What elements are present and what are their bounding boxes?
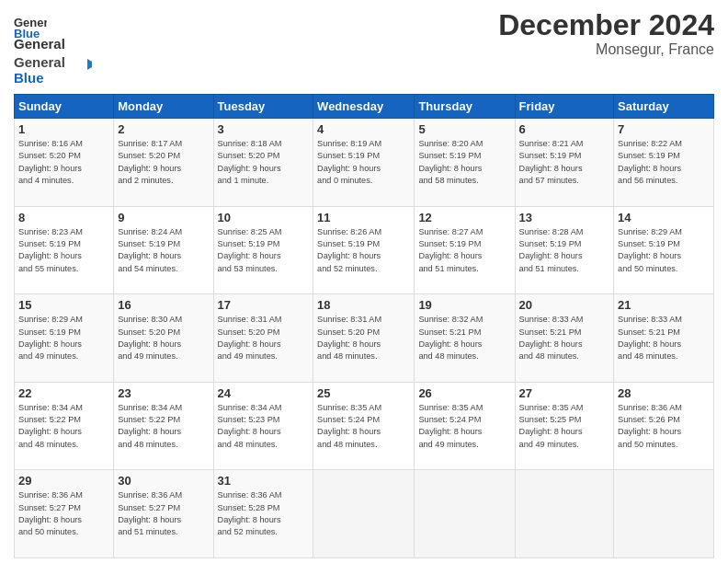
day-info: Sunrise: 8:19 AM Sunset: 5:19 PM Dayligh… xyxy=(317,138,410,187)
header-sunday: Sunday xyxy=(15,95,114,119)
day-info: Sunrise: 8:16 AM Sunset: 5:20 PM Dayligh… xyxy=(18,138,109,187)
day-info: Sunrise: 8:33 AM Sunset: 5:21 PM Dayligh… xyxy=(618,314,710,362)
day-info: Sunrise: 8:35 AM Sunset: 5:24 PM Dayligh… xyxy=(317,402,410,451)
header-tuesday: Tuesday xyxy=(213,95,313,119)
day-info: Sunrise: 8:36 AM Sunset: 5:28 PM Dayligh… xyxy=(218,489,310,538)
day-number: 3 xyxy=(218,122,310,136)
day-info: Sunrise: 8:34 AM Sunset: 5:22 PM Dayligh… xyxy=(118,402,209,451)
day-number: 19 xyxy=(418,298,510,312)
calendar-cell: 1Sunrise: 8:16 AM Sunset: 5:20 PM Daylig… xyxy=(15,119,114,207)
day-info: Sunrise: 8:24 AM Sunset: 5:19 PM Dayligh… xyxy=(118,226,209,275)
day-number: 30 xyxy=(118,474,209,488)
calendar-cell: 17Sunrise: 8:31 AM Sunset: 5:20 PM Dayli… xyxy=(213,294,313,383)
day-info: Sunrise: 8:18 AM Sunset: 5:20 PM Dayligh… xyxy=(218,138,310,187)
day-number: 26 xyxy=(418,386,510,400)
day-number: 25 xyxy=(317,386,410,400)
calendar-header-row: Sunday Monday Tuesday Wednesday Thursday… xyxy=(15,95,714,119)
calendar-cell: 24Sunrise: 8:34 AM Sunset: 5:23 PM Dayli… xyxy=(213,382,313,470)
day-info: Sunrise: 8:36 AM Sunset: 5:26 PM Dayligh… xyxy=(618,402,710,451)
day-info: Sunrise: 8:28 AM Sunset: 5:19 PM Dayligh… xyxy=(519,226,610,275)
month-title: December 2024 xyxy=(498,9,714,41)
calendar-cell: 6Sunrise: 8:21 AM Sunset: 5:19 PM Daylig… xyxy=(515,119,614,207)
calendar-cell: 30Sunrise: 8:36 AM Sunset: 5:27 PM Dayli… xyxy=(114,470,213,558)
day-number: 22 xyxy=(18,386,109,400)
day-number: 16 xyxy=(118,298,209,312)
day-number: 24 xyxy=(218,386,310,400)
day-info: Sunrise: 8:34 AM Sunset: 5:23 PM Dayligh… xyxy=(218,402,310,451)
header-wednesday: Wednesday xyxy=(313,95,415,119)
day-info: Sunrise: 8:35 AM Sunset: 5:24 PM Dayligh… xyxy=(418,402,510,451)
calendar-cell: 3Sunrise: 8:18 AM Sunset: 5:20 PM Daylig… xyxy=(213,119,313,207)
calendar-week-row: 29Sunrise: 8:36 AM Sunset: 5:27 PM Dayli… xyxy=(15,470,714,558)
calendar-week-row: 1Sunrise: 8:16 AM Sunset: 5:20 PM Daylig… xyxy=(15,119,714,207)
calendar-cell: 25Sunrise: 8:35 AM Sunset: 5:24 PM Dayli… xyxy=(313,382,415,470)
calendar-week-row: 15Sunrise: 8:29 AM Sunset: 5:19 PM Dayli… xyxy=(15,294,714,383)
day-info: Sunrise: 8:21 AM Sunset: 5:19 PM Dayligh… xyxy=(519,138,610,187)
calendar-cell: 14Sunrise: 8:29 AM Sunset: 5:19 PM Dayli… xyxy=(614,206,714,294)
calendar-cell: 31Sunrise: 8:36 AM Sunset: 5:28 PM Dayli… xyxy=(213,470,313,558)
day-info: Sunrise: 8:33 AM Sunset: 5:21 PM Dayligh… xyxy=(519,314,610,362)
day-info: Sunrise: 8:17 AM Sunset: 5:20 PM Dayligh… xyxy=(118,138,209,187)
day-number: 10 xyxy=(218,211,310,224)
day-number: 4 xyxy=(317,122,410,136)
day-info: Sunrise: 8:36 AM Sunset: 5:27 PM Dayligh… xyxy=(18,489,109,538)
calendar-cell: 15Sunrise: 8:29 AM Sunset: 5:19 PM Dayli… xyxy=(15,294,114,383)
calendar-cell: 26Sunrise: 8:35 AM Sunset: 5:24 PM Dayli… xyxy=(415,382,515,470)
calendar-week-row: 8Sunrise: 8:23 AM Sunset: 5:19 PM Daylig… xyxy=(15,206,714,294)
day-info: Sunrise: 8:20 AM Sunset: 5:19 PM Dayligh… xyxy=(418,138,510,187)
day-number: 20 xyxy=(519,298,610,312)
day-info: Sunrise: 8:31 AM Sunset: 5:20 PM Dayligh… xyxy=(317,314,410,362)
svg-text:Blue: Blue xyxy=(14,70,44,86)
calendar-cell: 22Sunrise: 8:34 AM Sunset: 5:22 PM Dayli… xyxy=(15,382,114,470)
header-saturday: Saturday xyxy=(614,95,714,119)
calendar-cell: 19Sunrise: 8:32 AM Sunset: 5:21 PM Dayli… xyxy=(415,294,515,383)
day-number: 2 xyxy=(118,122,209,136)
day-number: 5 xyxy=(418,122,510,136)
day-info: Sunrise: 8:26 AM Sunset: 5:19 PM Dayligh… xyxy=(317,226,410,275)
calendar: Sunday Monday Tuesday Wednesday Thursday… xyxy=(14,94,714,558)
day-info: Sunrise: 8:29 AM Sunset: 5:19 PM Dayligh… xyxy=(618,226,710,275)
calendar-cell xyxy=(614,470,714,558)
day-info: Sunrise: 8:32 AM Sunset: 5:21 PM Dayligh… xyxy=(418,314,510,362)
day-number: 18 xyxy=(317,298,410,312)
header-friday: Friday xyxy=(515,95,614,119)
calendar-cell: 27Sunrise: 8:35 AM Sunset: 5:25 PM Dayli… xyxy=(515,382,614,470)
day-number: 6 xyxy=(519,122,610,136)
day-number: 15 xyxy=(18,298,109,312)
day-number: 7 xyxy=(618,122,710,136)
day-info: Sunrise: 8:30 AM Sunset: 5:20 PM Dayligh… xyxy=(118,314,209,362)
calendar-cell: 28Sunrise: 8:36 AM Sunset: 5:26 PM Dayli… xyxy=(614,382,714,470)
calendar-cell: 10Sunrise: 8:25 AM Sunset: 5:19 PM Dayli… xyxy=(213,206,313,294)
day-info: Sunrise: 8:34 AM Sunset: 5:22 PM Dayligh… xyxy=(18,402,109,451)
calendar-cell: 20Sunrise: 8:33 AM Sunset: 5:21 PM Dayli… xyxy=(515,294,614,383)
day-number: 28 xyxy=(618,386,710,400)
day-number: 17 xyxy=(218,298,310,312)
calendar-week-row: 22Sunrise: 8:34 AM Sunset: 5:22 PM Dayli… xyxy=(15,382,714,470)
day-number: 21 xyxy=(618,298,710,312)
day-info: Sunrise: 8:23 AM Sunset: 5:19 PM Dayligh… xyxy=(18,226,109,275)
calendar-table: Sunday Monday Tuesday Wednesday Thursday… xyxy=(14,94,714,558)
day-info: Sunrise: 8:31 AM Sunset: 5:20 PM Dayligh… xyxy=(218,314,310,362)
calendar-cell: 18Sunrise: 8:31 AM Sunset: 5:20 PM Dayli… xyxy=(313,294,415,383)
day-info: Sunrise: 8:22 AM Sunset: 5:19 PM Dayligh… xyxy=(618,138,710,187)
calendar-cell xyxy=(313,470,415,558)
svg-text:General: General xyxy=(14,54,65,70)
svg-marker-5 xyxy=(87,59,92,70)
header-thursday: Thursday xyxy=(415,95,515,119)
calendar-cell xyxy=(515,470,614,558)
logo: General Blue General General Blue xyxy=(14,14,92,86)
day-info: Sunrise: 8:25 AM Sunset: 5:19 PM Dayligh… xyxy=(218,226,310,275)
day-number: 29 xyxy=(18,474,109,488)
day-number: 11 xyxy=(317,211,410,224)
calendar-cell: 13Sunrise: 8:28 AM Sunset: 5:19 PM Dayli… xyxy=(515,206,614,294)
day-number: 9 xyxy=(118,211,209,224)
calendar-cell: 9Sunrise: 8:24 AM Sunset: 5:19 PM Daylig… xyxy=(114,206,213,294)
calendar-cell: 23Sunrise: 8:34 AM Sunset: 5:22 PM Dayli… xyxy=(114,382,213,470)
day-info: Sunrise: 8:29 AM Sunset: 5:19 PM Dayligh… xyxy=(18,314,109,362)
day-number: 13 xyxy=(519,211,610,224)
location: Monsegur, France xyxy=(498,41,714,58)
day-info: Sunrise: 8:35 AM Sunset: 5:25 PM Dayligh… xyxy=(519,402,610,451)
day-info: Sunrise: 8:27 AM Sunset: 5:19 PM Dayligh… xyxy=(418,226,510,275)
day-number: 8 xyxy=(18,211,109,224)
day-number: 27 xyxy=(519,386,610,400)
